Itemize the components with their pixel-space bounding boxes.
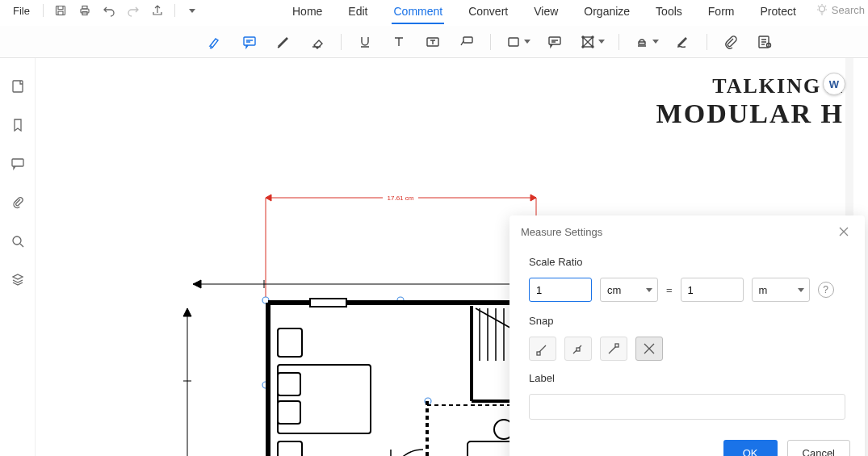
chat-icon[interactable] [541, 29, 568, 55]
svg-point-35 [262, 297, 269, 303]
measurement-value: 17.61 cm [388, 195, 414, 202]
svg-marker-28 [193, 280, 201, 288]
menu-home[interactable]: Home [291, 2, 324, 21]
scale-to-unit-select[interactable]: m [752, 278, 810, 302]
help-icon[interactable]: ? [818, 282, 834, 298]
snap-intersection-button[interactable] [635, 337, 663, 361]
comments-icon[interactable] [6, 152, 30, 176]
svg-marker-22 [266, 195, 271, 201]
dialog-title: Measure Settings [521, 226, 602, 238]
layers-icon[interactable] [6, 268, 30, 292]
svg-rect-47 [278, 373, 300, 395]
menu-view[interactable]: View [532, 2, 560, 21]
snap-endpoint-button[interactable] [529, 337, 556, 361]
label-label: Label [529, 372, 845, 384]
callout-icon[interactable] [453, 29, 480, 55]
lightbulb-icon[interactable] [816, 3, 828, 16]
thumbnails-icon[interactable] [6, 74, 30, 98]
equals-label: = [666, 284, 673, 296]
attachment-icon[interactable] [717, 29, 744, 55]
note-icon[interactable] [236, 29, 263, 55]
svg-marker-33 [183, 308, 191, 316]
scale-from-input[interactable] [529, 278, 592, 302]
svg-rect-8 [463, 37, 472, 43]
svg-rect-49 [278, 441, 302, 456]
search-input[interactable]: Search [832, 4, 865, 16]
svg-point-5 [819, 6, 824, 12]
bookmarks-icon[interactable] [6, 113, 30, 137]
menu-comment[interactable]: Comment [392, 2, 444, 21]
snap-midpoint-button[interactable] [564, 337, 592, 361]
signature-icon[interactable] [669, 29, 697, 55]
paperclip-icon[interactable] [6, 190, 30, 215]
menu-protect[interactable]: Protect [758, 2, 797, 21]
svg-rect-19 [12, 159, 23, 166]
eraser-icon[interactable] [304, 29, 331, 55]
menu-organize[interactable]: Organize [582, 2, 631, 21]
svg-rect-44 [310, 299, 346, 307]
snap-path-button[interactable] [600, 337, 627, 361]
svg-point-20 [13, 236, 21, 245]
label-input[interactable] [529, 394, 845, 420]
close-icon[interactable] [834, 222, 853, 241]
svg-rect-65 [468, 441, 516, 456]
svg-rect-9 [509, 38, 518, 46]
svg-rect-72 [577, 348, 580, 351]
measure-icon[interactable] [575, 29, 609, 55]
scale-from-unit-select[interactable]: cm [600, 278, 658, 302]
separator [707, 34, 707, 50]
scale-to-input[interactable] [681, 278, 744, 302]
shape-icon[interactable] [501, 29, 535, 55]
svg-rect-45 [278, 328, 302, 357]
svg-marker-23 [530, 195, 536, 201]
menu-tools[interactable]: Tools [654, 2, 684, 21]
svg-rect-6 [244, 37, 255, 45]
highlight-icon[interactable] [202, 29, 229, 55]
document-title: TALKING A MODULAR H [656, 74, 844, 129]
separator [341, 34, 342, 50]
pencil-icon[interactable] [270, 29, 297, 55]
svg-rect-18 [13, 81, 23, 92]
stamp-icon[interactable] [629, 29, 663, 55]
cancel-button[interactable]: Cancel [787, 440, 850, 456]
svg-rect-73 [615, 344, 619, 347]
scale-ratio-label: Scale Ratio [529, 256, 845, 268]
svg-rect-48 [278, 401, 300, 424]
ok-button[interactable]: OK [723, 440, 778, 456]
text-icon[interactable] [385, 29, 413, 55]
measure-settings-dialog: Measure Settings Scale Ratio cm = m [509, 215, 865, 456]
annotations-icon[interactable] [751, 29, 778, 55]
svg-rect-71 [537, 352, 540, 355]
textbox-icon[interactable] [419, 29, 447, 55]
separator [619, 34, 619, 50]
menu-convert[interactable]: Convert [467, 2, 509, 21]
menu-form[interactable]: Form [707, 2, 736, 21]
search-icon[interactable] [6, 229, 30, 253]
word-export-icon[interactable]: W [823, 73, 845, 95]
underline-icon[interactable] [351, 29, 379, 55]
snap-label: Snap [529, 315, 845, 327]
separator [490, 34, 491, 50]
floorplan-drawing[interactable]: 17.61 cm [149, 135, 568, 456]
menu-edit[interactable]: Edit [346, 2, 369, 21]
